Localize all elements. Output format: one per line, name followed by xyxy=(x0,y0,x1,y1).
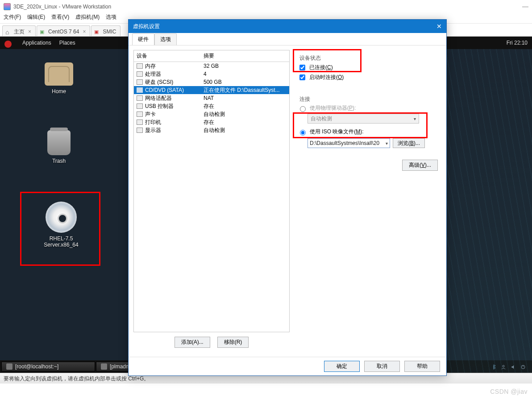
task-label: [root@localhost:~] xyxy=(15,363,58,370)
tab-centos[interactable]: CentOS 7 64 × xyxy=(37,25,90,36)
terminal-icon xyxy=(6,363,12,370)
close-icon[interactable]: ✕ xyxy=(436,23,442,30)
group-label: 连接 xyxy=(298,96,312,102)
menu-edit[interactable]: 编辑(E) xyxy=(27,13,45,23)
device-icon xyxy=(137,71,143,77)
close-icon[interactable]: × xyxy=(28,29,31,35)
device-icon xyxy=(137,87,143,93)
device-name: CD/DVD (SATA) xyxy=(145,87,184,93)
desktop-trash-label: Trash xyxy=(37,158,81,164)
device-name: 打印机 xyxy=(145,119,161,126)
dialog-footer: 确定 取消 帮助 xyxy=(129,357,446,375)
tab-home-label: 主页 xyxy=(14,28,25,36)
remove-button[interactable]: 移除(R) xyxy=(217,337,249,348)
home-icon xyxy=(5,29,12,35)
chevron-down-icon[interactable]: ▾ xyxy=(386,141,388,146)
tab-hardware[interactable]: 硬件 xyxy=(132,33,154,45)
ok-button[interactable]: 确定 xyxy=(324,361,360,372)
menu-vm[interactable]: 虚拟机(M) xyxy=(75,13,100,23)
menu-options[interactable]: 选项 xyxy=(106,13,116,23)
iso-path-value: D:\DassaultSystmes\Insall\20 xyxy=(310,140,379,146)
physical-drive-select: 自动检测 ▾ xyxy=(308,114,419,124)
radio-iso-file[interactable]: 使用 ISO 映像文件(M): xyxy=(298,128,437,136)
radio-iso-input[interactable] xyxy=(300,130,306,136)
window-title: 3DE_2020x_Linux - VMware Workstation xyxy=(13,4,111,10)
browse-button[interactable]: 浏览(B)... xyxy=(393,138,425,148)
device-row[interactable]: 内存32 GB xyxy=(134,62,289,70)
device-icon xyxy=(137,120,143,125)
device-row[interactable]: 处理器4 xyxy=(134,70,289,78)
svg-point-0 xyxy=(503,365,504,367)
device-list-header: 设备 摘要 xyxy=(134,50,289,62)
clock[interactable]: Fri 22:10 xyxy=(507,40,528,46)
volume-icon xyxy=(511,364,516,370)
device-summary: 存在 xyxy=(202,119,288,126)
device-row[interactable]: 打印机存在 xyxy=(134,118,289,126)
task-terminal-1[interactable]: [root@localhost:~] xyxy=(1,362,95,371)
right-pane: 设备状态 已连接(C) 启动时连接(O) 连接 使用物理驱动器(P): 自动检测 xyxy=(295,50,441,352)
highlight-box xyxy=(20,192,100,266)
systray[interactable] xyxy=(490,363,531,369)
device-row[interactable]: 硬盘 (SCSI)500 GB xyxy=(134,78,289,86)
tab-home[interactable]: 主页 × xyxy=(2,25,36,36)
user-icon xyxy=(501,364,506,370)
desktop-home-label: Home xyxy=(37,88,81,95)
chk-connected[interactable]: 已连接(C) xyxy=(298,63,437,72)
menu-places[interactable]: Places xyxy=(59,40,75,46)
menu-applications[interactable]: Applications xyxy=(22,40,51,46)
bluetooth-icon xyxy=(491,364,496,370)
dialog-tabs: 硬件 选项 xyxy=(129,33,446,45)
device-row[interactable]: 声卡自动检测 xyxy=(134,110,289,118)
tab-centos-label: CentOS 7 64 xyxy=(48,29,79,35)
tab-smic[interactable]: SMIC xyxy=(91,25,121,36)
chk-connect-at-poweron-input[interactable] xyxy=(299,74,305,80)
device-name: 网络适配器 xyxy=(145,95,172,102)
device-row[interactable]: 网络适配器NAT xyxy=(134,94,289,102)
group-device-state: 设备状态 已连接(C) 启动时连接(O) xyxy=(295,51,440,87)
device-icon xyxy=(137,111,143,117)
menu-file[interactable]: 文件(F) xyxy=(4,13,21,23)
add-button[interactable]: 添加(A)... xyxy=(175,337,210,348)
radio-physical-input[interactable] xyxy=(300,106,306,112)
tab-smic-label: SMIC xyxy=(103,29,116,35)
col-summary: 摘要 xyxy=(201,50,289,62)
power-icon xyxy=(520,364,526,370)
device-name: 显示器 xyxy=(145,127,161,134)
vmware-icon xyxy=(4,3,11,10)
main-titlebar: 3DE_2020x_Linux - VMware Workstation xyxy=(0,0,532,13)
menu-view[interactable]: 查看(V) xyxy=(51,13,69,23)
vm-settings-dialog: 虚拟机设置 ✕ 硬件 选项 设备 摘要 内存32 GB处理器4硬盘 (SCSI)… xyxy=(128,19,447,376)
redhat-icon xyxy=(4,41,12,48)
cancel-button[interactable]: 取消 xyxy=(364,361,400,372)
radio-physical-drive[interactable]: 使用物理驱动器(P): xyxy=(298,104,437,112)
chk-connected-input[interactable] xyxy=(299,65,305,70)
vm-icon xyxy=(94,29,100,35)
watermark: CSDN @jiav xyxy=(490,388,528,395)
device-name: 内存 xyxy=(145,62,156,70)
col-device: 设备 xyxy=(134,50,201,62)
physical-drive-value: 自动检测 xyxy=(311,115,332,123)
device-row[interactable]: 显示器自动检测 xyxy=(134,126,289,134)
dialog-titlebar[interactable]: 虚拟机设置 ✕ xyxy=(129,20,446,33)
device-icon xyxy=(137,103,143,109)
device-name: 声卡 xyxy=(145,111,156,118)
device-row[interactable]: USB 控制器存在 xyxy=(134,102,289,110)
device-row[interactable]: CD/DVD (SATA)正在使用文件 D:\DassaultSyst... xyxy=(134,86,289,94)
close-icon[interactable]: × xyxy=(83,29,86,35)
vm-icon xyxy=(40,29,46,35)
device-icon xyxy=(137,95,143,101)
desktop-trash[interactable]: Trash xyxy=(37,130,81,164)
iso-path-input[interactable]: D:\DassaultSystmes\Insall\20 ▾ xyxy=(308,138,390,148)
device-summary: 500 GB xyxy=(202,79,288,85)
terminal-icon xyxy=(101,363,107,370)
device-summary: 自动检测 xyxy=(202,111,288,118)
advanced-button[interactable]: 高级(V)... xyxy=(402,160,438,171)
tab-options[interactable]: 选项 xyxy=(154,33,177,45)
device-list[interactable]: 设备 摘要 内存32 GB处理器4硬盘 (SCSI)500 GBCD/DVD (… xyxy=(133,50,290,332)
chk-connect-at-poweron[interactable]: 启动时连接(O) xyxy=(298,73,437,82)
device-summary: 存在 xyxy=(202,103,288,110)
desktop-home[interactable]: Home xyxy=(37,62,81,95)
chk-connect-at-poweron-label: 启动时连接(O) xyxy=(309,74,344,81)
help-button[interactable]: 帮助 xyxy=(404,361,440,372)
window-minimize-icon[interactable]: — xyxy=(522,3,528,10)
